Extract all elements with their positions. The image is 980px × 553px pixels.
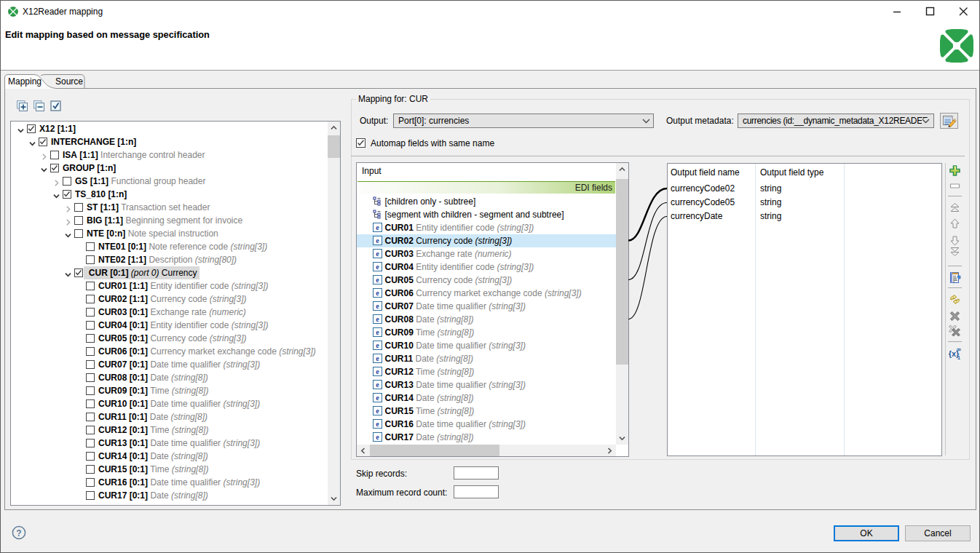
- svg-text:e: e: [376, 381, 379, 389]
- svg-text:e: e: [376, 302, 379, 310]
- svg-text:e: e: [376, 341, 379, 349]
- svg-text:e: e: [376, 263, 379, 271]
- svg-text:e: e: [376, 276, 379, 284]
- svg-text:e: e: [376, 420, 379, 428]
- svg-text:e: e: [376, 223, 379, 231]
- svg-text:e: e: [376, 250, 379, 258]
- svg-text:e: e: [376, 433, 379, 441]
- svg-text:e: e: [376, 328, 379, 336]
- svg-text:e: e: [376, 407, 379, 415]
- svg-text:e: e: [376, 367, 379, 375]
- svg-text:e: e: [376, 354, 379, 362]
- svg-text:1: 1: [957, 355, 960, 359]
- svg-text:e: e: [376, 289, 379, 297]
- svg-text:e: e: [376, 315, 379, 323]
- svg-text:?: ?: [16, 528, 21, 538]
- svg-text:e: e: [376, 236, 379, 244]
- svg-text:e: e: [376, 394, 379, 402]
